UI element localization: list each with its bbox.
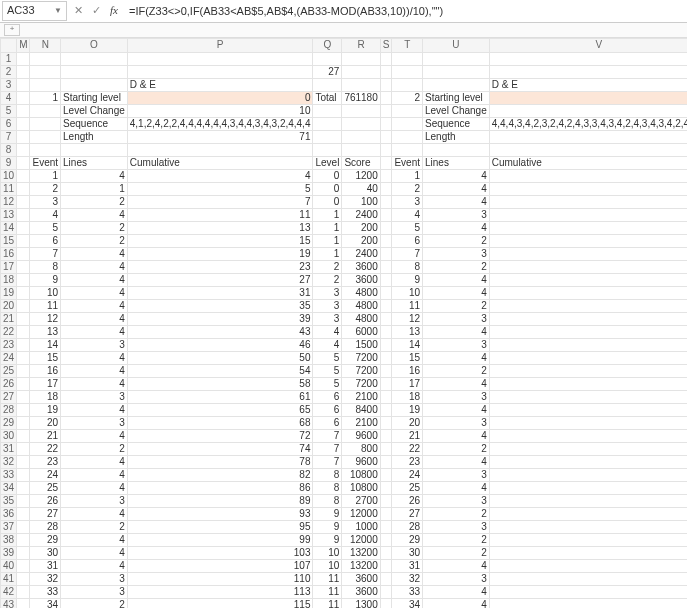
cell-M26[interactable] xyxy=(17,377,30,390)
cell-N26[interactable]: 17 xyxy=(30,377,61,390)
cell-V28[interactable]: 63 xyxy=(489,403,687,416)
cell-M27[interactable] xyxy=(17,390,30,403)
cell-M6[interactable] xyxy=(17,117,30,130)
row-header-35[interactable]: 35 xyxy=(1,494,17,507)
row-header-7[interactable]: 7 xyxy=(1,130,17,143)
cell-O3[interactable] xyxy=(61,78,128,91)
cell-T31[interactable]: 22 xyxy=(392,442,423,455)
cell-Q32[interactable]: 7 xyxy=(313,455,342,468)
cell-R2[interactable] xyxy=(342,65,380,78)
cell-O30[interactable]: 4 xyxy=(61,429,128,442)
cell-T34[interactable]: 25 xyxy=(392,481,423,494)
cell-O24[interactable]: 4 xyxy=(61,351,128,364)
cell-V22[interactable]: 43 xyxy=(489,325,687,338)
cell-R35[interactable]: 2700 xyxy=(342,494,380,507)
cell-R16[interactable]: 2400 xyxy=(342,247,380,260)
row-header-28[interactable]: 28 xyxy=(1,403,17,416)
cell-T43[interactable]: 34 xyxy=(392,598,423,608)
row-header-17[interactable]: 17 xyxy=(1,260,17,273)
cell-R40[interactable]: 13200 xyxy=(342,559,380,572)
cell-S36[interactable] xyxy=(380,507,392,520)
cell-S13[interactable] xyxy=(380,208,392,221)
cell-Q21[interactable]: 3 xyxy=(313,312,342,325)
cell-Q24[interactable]: 5 xyxy=(313,351,342,364)
cell-R3[interactable] xyxy=(342,78,380,91)
cell-T11[interactable]: 2 xyxy=(392,182,423,195)
cell-T7[interactable] xyxy=(392,130,423,143)
cell-R5[interactable] xyxy=(342,104,380,117)
cell-P35[interactable]: 89 xyxy=(127,494,313,507)
cell-N2[interactable] xyxy=(30,65,61,78)
cell-N19[interactable]: 10 xyxy=(30,286,61,299)
cell-N36[interactable]: 27 xyxy=(30,507,61,520)
cell-V4[interactable]: 0 xyxy=(489,91,687,104)
row-header-33[interactable]: 33 xyxy=(1,468,17,481)
cell-Q27[interactable]: 6 xyxy=(313,390,342,403)
cell-P11[interactable]: 5 xyxy=(127,182,313,195)
cell-Q10[interactable]: 0 xyxy=(313,169,342,182)
cell-R20[interactable]: 4800 xyxy=(342,299,380,312)
row-header-31[interactable]: 31 xyxy=(1,442,17,455)
cell-V33[interactable]: 79 xyxy=(489,468,687,481)
fx-icon[interactable]: fx xyxy=(105,2,123,20)
cell-T26[interactable]: 17 xyxy=(392,377,423,390)
cell-R13[interactable]: 2400 xyxy=(342,208,380,221)
cell-M37[interactable] xyxy=(17,520,30,533)
cell-T20[interactable]: 11 xyxy=(392,299,423,312)
cell-S6[interactable] xyxy=(380,117,392,130)
cell-O23[interactable]: 3 xyxy=(61,338,128,351)
cell-Q35[interactable]: 8 xyxy=(313,494,342,507)
cell-V19[interactable]: 34 xyxy=(489,286,687,299)
select-all[interactable] xyxy=(1,39,17,53)
cell-Q22[interactable]: 4 xyxy=(313,325,342,338)
cell-T24[interactable]: 15 xyxy=(392,351,423,364)
cell-Q23[interactable]: 4 xyxy=(313,338,342,351)
cell-O40[interactable]: 4 xyxy=(61,559,128,572)
row-header-10[interactable]: 10 xyxy=(1,169,17,182)
cell-N1[interactable] xyxy=(30,52,61,65)
row-header-9[interactable]: 9 xyxy=(1,156,17,169)
expand-icon[interactable]: + xyxy=(4,24,20,36)
cell-U31[interactable]: 2 xyxy=(423,442,490,455)
cell-O14[interactable]: 2 xyxy=(61,221,128,234)
cell-V11[interactable]: 8 xyxy=(489,182,687,195)
cell-N34[interactable]: 25 xyxy=(30,481,61,494)
cell-T37[interactable]: 28 xyxy=(392,520,423,533)
cell-M43[interactable] xyxy=(17,598,30,608)
row-header-16[interactable]: 16 xyxy=(1,247,17,260)
cell-M31[interactable] xyxy=(17,442,30,455)
cell-T1[interactable] xyxy=(392,52,423,65)
cell-U42[interactable]: 4 xyxy=(423,585,490,598)
cell-N42[interactable]: 33 xyxy=(30,585,61,598)
cell-O13[interactable]: 4 xyxy=(61,208,128,221)
cell-O41[interactable]: 3 xyxy=(61,572,128,585)
cell-V29[interactable]: 66 xyxy=(489,416,687,429)
cell-M40[interactable] xyxy=(17,559,30,572)
cell-V9[interactable]: Cumulative xyxy=(489,156,687,169)
cell-N6[interactable] xyxy=(30,117,61,130)
cell-M5[interactable] xyxy=(17,104,30,117)
cell-U1[interactable] xyxy=(423,52,490,65)
cell-O18[interactable]: 4 xyxy=(61,273,128,286)
cell-O6[interactable]: Sequence xyxy=(61,117,128,130)
cell-M42[interactable] xyxy=(17,585,30,598)
cell-S25[interactable] xyxy=(380,364,392,377)
cell-S16[interactable] xyxy=(380,247,392,260)
cell-N43[interactable]: 34 xyxy=(30,598,61,608)
cell-P25[interactable]: 54 xyxy=(127,364,313,377)
cell-S33[interactable] xyxy=(380,468,392,481)
cell-V17[interactable]: 26 xyxy=(489,260,687,273)
cell-U11[interactable]: 4 xyxy=(423,182,490,195)
row-header-4[interactable]: 4 xyxy=(1,91,17,104)
cell-T14[interactable]: 5 xyxy=(392,221,423,234)
row-header-11[interactable]: 11 xyxy=(1,182,17,195)
cell-V36[interactable]: 88 xyxy=(489,507,687,520)
cell-V5[interactable]: 10 xyxy=(489,104,687,117)
cell-R21[interactable]: 4800 xyxy=(342,312,380,325)
row-header-32[interactable]: 32 xyxy=(1,455,17,468)
cell-M1[interactable] xyxy=(17,52,30,65)
cell-S42[interactable] xyxy=(380,585,392,598)
cell-S21[interactable] xyxy=(380,312,392,325)
cell-N14[interactable]: 5 xyxy=(30,221,61,234)
cell-S31[interactable] xyxy=(380,442,392,455)
